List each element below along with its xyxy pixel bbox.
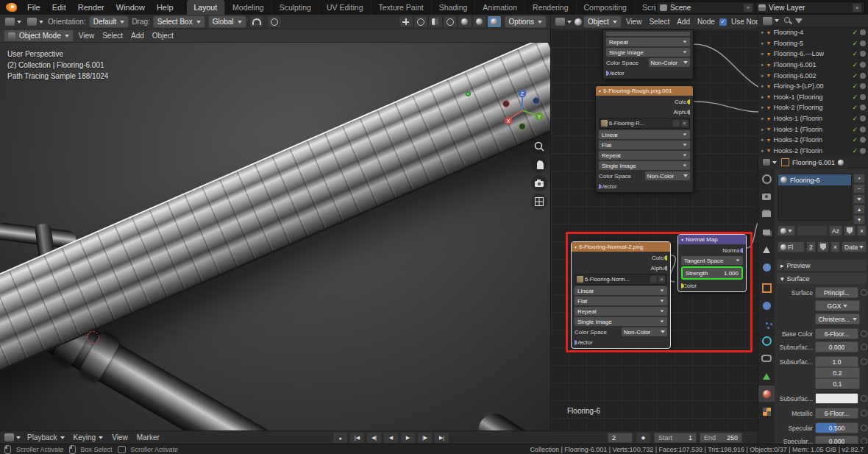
shader-editor-type-button[interactable] (554, 17, 573, 26)
shader-menu-node[interactable]: Node (694, 18, 718, 26)
surface-section-header[interactable]: ▾Surface (777, 273, 867, 284)
properties-tab-object[interactable] (758, 280, 775, 296)
extension-dropdown[interactable]: Repeat (574, 307, 667, 316)
properties-tab-object-data[interactable] (758, 368, 775, 384)
properties-tab-render[interactable] (758, 188, 775, 205)
alpha-output-socket[interactable] (664, 265, 667, 272)
animate-dot-icon[interactable] (861, 330, 867, 337)
checkbox-icon[interactable]: ✓ (852, 61, 858, 68)
object-name[interactable]: Flooring-6.001 (773, 61, 816, 68)
auto-key-button[interactable]: ● (332, 432, 348, 444)
animate-dot-icon[interactable] (861, 410, 867, 416)
tab-modeling[interactable]: Modeling (225, 0, 272, 15)
color-space-dropdown[interactable]: Non-Color (645, 171, 690, 180)
object-name[interactable]: Hooks-2 (Floorin (773, 136, 822, 143)
outliner-row[interactable]: ▸▼Flooring-6.002✓ (758, 70, 868, 81)
outliner-row[interactable]: ▸▼Floring-3-(LP).00✓ (758, 81, 868, 92)
projection-dropdown[interactable]: Flat (599, 141, 690, 149)
expand-icon[interactable]: ▸ (761, 94, 764, 100)
fake-user-icon[interactable] (650, 276, 657, 283)
scene-selector[interactable]: Scene + (656, 1, 756, 14)
checkbox-icon[interactable]: ✓ (852, 82, 858, 90)
restrict-render-icon[interactable] (860, 83, 866, 89)
animate-dot-icon[interactable] (861, 289, 867, 296)
subsurface-color-swatch[interactable] (815, 393, 858, 404)
properties-editor-type-button[interactable] (761, 158, 778, 166)
color-space-dropdown[interactable]: Non-Color (622, 327, 667, 336)
alpha-output-socket[interactable] (686, 109, 690, 116)
checkbox-icon[interactable]: ✓ (852, 136, 858, 143)
material-slot-active[interactable]: Flooring-6 (778, 174, 851, 185)
fake-user-icon[interactable] (673, 120, 680, 127)
outliner-row[interactable]: ▸▼Hooks-2 (Floorin✓ (758, 135, 868, 146)
normal-map-node[interactable]: ▾Normal Map Normal Tangent Space Strengt… (677, 234, 747, 292)
move-slot-up-button[interactable]: ▴ (853, 205, 865, 214)
restrict-render-icon[interactable] (860, 51, 866, 57)
space-dropdown[interactable]: Tangent Space (681, 256, 743, 265)
remove-view-layer-button[interactable]: × (853, 4, 861, 12)
zoom-button[interactable] (531, 138, 547, 155)
tab-uv-editing[interactable]: UV Editing (319, 0, 371, 15)
base-color-button[interactable]: 6-Floor... (815, 328, 858, 339)
camera-view-button[interactable] (531, 175, 547, 191)
viewport-menu-add[interactable]: Add (128, 32, 147, 40)
object-origin-dot[interactable] (466, 91, 471, 96)
gizmo-z-neg[interactable] (533, 98, 540, 104)
properties-tab-physics[interactable] (758, 333, 775, 349)
expand-icon[interactable]: ▸ (761, 40, 764, 46)
orientation-dropdown[interactable]: Default (89, 15, 129, 28)
tab-layout[interactable]: Layout (187, 0, 226, 15)
object-name[interactable]: Hooks-1 (Floorin (773, 115, 822, 122)
new-scene-button[interactable]: + (744, 4, 753, 12)
active-tool-dropdown[interactable] (26, 17, 45, 26)
image-name[interactable]: 6-Flooring-R... (609, 120, 672, 127)
interpolation-dropdown[interactable]: Linear (574, 286, 667, 295)
checkbox-icon[interactable]: ✓ (852, 50, 858, 57)
timeline-menu-view[interactable]: View (108, 433, 132, 441)
orthographic-toggle-button[interactable] (531, 194, 547, 210)
properties-tab-output[interactable] (758, 206, 775, 222)
search-icon[interactable] (783, 16, 792, 25)
checkbox-icon[interactable]: ✓ (852, 72, 858, 79)
object-name[interactable]: Flooring-6.002 (773, 72, 816, 79)
normal-texture-node[interactable]: ▾6-Flooring-Normal-2.png Color Alpha 6-F… (571, 241, 671, 349)
tab-compositing[interactable]: Compositing (577, 0, 635, 15)
metallic-button[interactable]: 6-Floor... (815, 408, 858, 419)
animate-dot-icon[interactable] (861, 425, 867, 431)
checkbox-icon[interactable]: ✓ (852, 126, 858, 133)
viewport-menu-view[interactable]: View (76, 32, 98, 40)
color-output-socket[interactable] (686, 99, 690, 105)
expand-icon[interactable]: ▸ (761, 83, 764, 89)
expand-icon[interactable]: ▸ (761, 62, 764, 68)
play-button[interactable]: ▶ (400, 432, 416, 444)
expand-icon[interactable]: ▸ (761, 51, 764, 57)
preview-section-header[interactable]: ▸Preview (777, 260, 867, 271)
animate-dot-icon[interactable] (861, 358, 867, 365)
outliner-row[interactable]: ▸▼Flooring-5✓ (758, 38, 868, 49)
proportional-editing-button[interactable] (267, 15, 282, 28)
blender-logo-icon[interactable] (6, 3, 17, 12)
material-slot-list[interactable]: Flooring-6 (778, 174, 852, 221)
expand-icon[interactable]: ▸ (761, 127, 764, 132)
menu-help[interactable]: Help (151, 0, 179, 15)
object-name[interactable]: Hooks-1 (Floorin (773, 126, 822, 133)
restrict-render-icon[interactable] (860, 29, 866, 35)
object-name[interactable]: Flooring-6.—Low (773, 50, 824, 57)
node-header[interactable]: ▾6-Flooring-Rough.png.001 (596, 86, 693, 96)
object-name[interactable]: Hook-1 (Flooring (773, 93, 822, 101)
subsurface-slider[interactable]: 0.000 (815, 341, 858, 352)
source-dropdown[interactable]: Single Image (606, 48, 690, 57)
play-reverse-button[interactable]: ◀ (383, 432, 399, 444)
end-frame-field[interactable]: End250 (700, 433, 742, 443)
tab-animation[interactable]: Animation (475, 0, 525, 15)
node-header[interactable]: ▾Normal Map (678, 235, 746, 244)
extension-dropdown[interactable]: Repeat (599, 151, 690, 160)
expand-icon[interactable]: ▸ (761, 104, 764, 110)
unlink-icon[interactable]: × (681, 120, 688, 127)
navigation-gizmo[interactable]: Z X Y (497, 85, 547, 135)
restrict-render-icon[interactable] (860, 127, 866, 132)
restrict-render-icon[interactable] (860, 73, 866, 79)
sort-az-button[interactable]: Az (829, 225, 842, 236)
restrict-render-icon[interactable] (860, 104, 866, 110)
overlays-toggle-button[interactable] (413, 15, 428, 28)
